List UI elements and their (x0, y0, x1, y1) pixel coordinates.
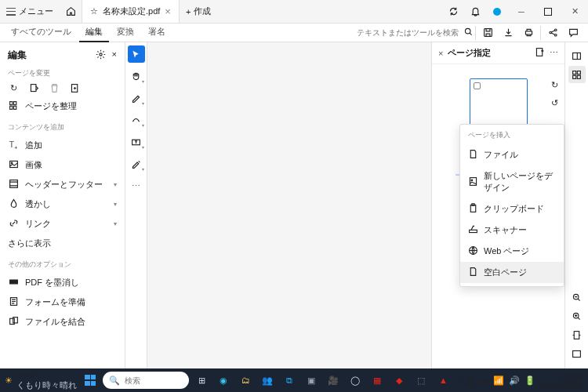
tab-all-tools[interactable]: すべてのツール (5, 23, 78, 42)
home-button[interactable] (60, 1, 82, 23)
menu-web-page[interactable]: Web ページ (460, 241, 564, 262)
link-tool[interactable]: リンク▾ (8, 214, 117, 234)
tab-edit[interactable]: 編集 (79, 23, 109, 42)
tab-close-button[interactable]: × (165, 5, 171, 17)
search-input[interactable] (357, 28, 459, 37)
adobe-icon[interactable]: ▦ (368, 371, 387, 390)
draw-tool[interactable]: ▾ (128, 89, 145, 107)
fullscreen-icon[interactable] (568, 345, 586, 362)
app-menu-button[interactable]: メニュー (0, 0, 60, 23)
rotate-cw-icon[interactable]: ↻ (551, 80, 558, 90)
shape-tool[interactable]: ▾ (128, 111, 145, 129)
battery-icon[interactable]: 🔋 (524, 376, 535, 386)
vscode-icon[interactable]: ⧉ (280, 371, 299, 390)
svg-rect-30 (577, 71, 580, 74)
menu-from-file[interactable]: ファイル (460, 144, 564, 165)
wifi-icon[interactable]: 📶 (493, 376, 504, 386)
weather-widget[interactable]: ☀ 33℃ くもり時々晴れ (5, 371, 77, 390)
tab-sign[interactable]: 署名 (142, 23, 172, 42)
show-more[interactable]: さらに表示 (8, 234, 117, 253)
add-image[interactable]: 画像 (8, 155, 117, 175)
redact[interactable]: PDF を墨消し (8, 273, 117, 292)
right-panel-close[interactable]: × (438, 49, 443, 58)
panel-toggle-icon[interactable] (568, 47, 586, 64)
plus-icon: + (186, 7, 191, 16)
save-icon[interactable] (477, 24, 498, 42)
window-maximize[interactable] (535, 0, 561, 24)
watermark-icon (8, 198, 19, 210)
thumbnails-icon[interactable] (568, 66, 586, 83)
add-text[interactable]: T+追加 (8, 136, 117, 155)
highlight-tool[interactable]: ▾ (128, 155, 145, 172)
bell-icon[interactable] (464, 1, 486, 23)
svg-point-0 (465, 28, 470, 34)
select-tool[interactable] (128, 45, 145, 63)
menu-header: ページを挿入 (460, 128, 564, 144)
print-icon[interactable] (518, 24, 539, 42)
panel-close-icon[interactable]: × (112, 49, 117, 61)
teams-icon[interactable]: 👥 (258, 371, 277, 390)
more-icon[interactable]: ⋯ (550, 48, 558, 58)
search-icon: 🔍 (109, 376, 120, 386)
language-icon[interactable]: あ (466, 375, 475, 387)
blank-page-icon (468, 267, 477, 278)
search-field[interactable] (357, 27, 474, 38)
prepare-form[interactable]: フォームを準備 (8, 292, 117, 312)
comment-icon[interactable] (563, 24, 583, 42)
menu-design-page[interactable]: 新しいページをデザイン (460, 165, 564, 198)
delete-icon[interactable] (49, 83, 60, 95)
thumbnail-checkbox[interactable] (474, 82, 481, 89)
svg-rect-26 (470, 230, 477, 232)
obs-icon[interactable]: ◯ (346, 371, 365, 390)
edge-icon[interactable]: ◉ (214, 371, 233, 390)
text-box-tool[interactable]: ▾ (128, 133, 145, 151)
account-avatar[interactable] (486, 1, 508, 23)
acrobat-icon[interactable]: ▲ (434, 371, 452, 390)
svg-rect-1 (484, 29, 492, 37)
app-icon-gray[interactable]: ⬚ (412, 371, 430, 390)
right-panel-title: ページ指定 (448, 47, 530, 59)
zoom-out-icon[interactable] (568, 289, 586, 306)
task-view-icon[interactable]: ⊞ (192, 371, 211, 390)
menu-clipboard[interactable]: クリップボード (460, 198, 564, 220)
new-tab-button[interactable]: + 作成 (180, 5, 217, 17)
terminal-icon[interactable]: ▣ (302, 371, 321, 390)
zoom-in-icon[interactable] (568, 307, 586, 325)
document-canvas[interactable] (147, 42, 431, 368)
windows-taskbar: ☀ 33℃ くもり時々晴れ 🔍 ⊞ ◉ 🗂 👥 ⧉ ▣ 🎥 ◯ ▦ ◆ ⬚ ▲ … (0, 368, 588, 392)
system-tray[interactable]: ˄ あ ☁ 📶 🔊 🔋 16:55 2023/06/29 (457, 371, 583, 390)
header-footer[interactable]: ヘッダーとフッター▾ (8, 175, 117, 194)
extract-icon[interactable] (28, 83, 39, 95)
menu-scanner[interactable]: スキャナー (460, 220, 564, 241)
explorer-icon[interactable]: 🗂 (236, 371, 255, 390)
clock[interactable]: 16:55 2023/06/29 (540, 371, 583, 390)
new-page-icon[interactable] (535, 47, 545, 59)
volume-icon[interactable]: 🔊 (509, 376, 520, 386)
settings-icon[interactable] (96, 49, 106, 61)
redact-icon (8, 277, 19, 289)
more-tools[interactable]: ⋯ (128, 177, 145, 194)
chevron-up-icon[interactable]: ˄ (457, 376, 462, 386)
document-tab[interactable]: ☆ 名称未設定.pdf × (82, 0, 180, 23)
videocam-icon[interactable]: 🎥 (324, 371, 343, 390)
organize-pages[interactable]: ページを整理 (8, 96, 117, 116)
taskbar-search[interactable]: 🔍 (103, 372, 189, 389)
start-button[interactable] (81, 371, 100, 390)
rotate-cw-icon[interactable]: ↻ (8, 83, 19, 95)
menu-blank-page[interactable]: 空白ページ (460, 262, 564, 283)
design-icon (468, 176, 477, 188)
pan-tool[interactable]: ▾ (128, 67, 145, 85)
fit-width-icon[interactable] (568, 326, 586, 343)
app-icon-red[interactable]: ◆ (390, 371, 408, 390)
combine-files[interactable]: ファイルを結合 (8, 312, 117, 332)
export-icon[interactable] (498, 24, 518, 42)
tab-convert[interactable]: 変換 (111, 23, 140, 42)
share-icon[interactable] (543, 24, 563, 42)
cloud-icon[interactable]: ☁ (480, 376, 488, 386)
insert-page-icon[interactable] (69, 83, 80, 95)
rotate-ccw-icon[interactable]: ↺ (551, 98, 558, 108)
window-minimize[interactable]: ─ (508, 0, 535, 24)
watermark[interactable]: 透かし▾ (8, 194, 117, 214)
window-close[interactable]: ✕ (561, 0, 588, 24)
sync-icon[interactable] (442, 1, 464, 23)
